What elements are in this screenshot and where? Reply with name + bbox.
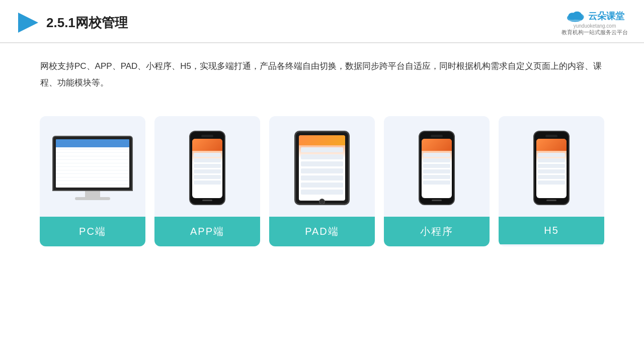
tablet-home xyxy=(319,199,325,205)
page-title: 2.5.1网校管理 xyxy=(46,14,128,32)
trow2 xyxy=(301,154,343,159)
description-content: 网校支持PC、APP、PAD、小程序、H5，实现多端打通，产品各终端自由切换，数… xyxy=(40,61,602,87)
row1 xyxy=(194,153,221,157)
row2 xyxy=(194,158,221,162)
phone-home-h5 xyxy=(546,200,556,201)
card-h5-image xyxy=(499,116,604,217)
h5row1 xyxy=(538,153,565,157)
tablet-device xyxy=(294,131,350,205)
phone-rows-app xyxy=(194,153,221,197)
phone-device-mp xyxy=(419,131,455,205)
phone-rows-mp xyxy=(423,153,450,197)
card-app-label: APP端 xyxy=(154,217,260,246)
monitor-stand xyxy=(85,191,100,197)
card-h5-label: H5 xyxy=(499,217,604,244)
description-text: 网校支持PC、APP、PAD、小程序、H5，实现多端打通，产品各终端自由切换，数… xyxy=(0,43,644,101)
phone-screen-mp xyxy=(422,139,452,198)
logo-url: yunduoketang.com xyxy=(574,23,616,29)
logo-name: 云朵课堂 xyxy=(588,10,624,22)
mprow2 xyxy=(423,158,450,162)
row6 xyxy=(194,180,221,185)
phone-device-app xyxy=(189,131,225,205)
phone-notch-app xyxy=(201,135,213,137)
mprow5 xyxy=(423,175,450,179)
mprow4 xyxy=(423,169,450,173)
card-app: APP端 xyxy=(154,116,260,246)
trow4 xyxy=(301,168,343,173)
row5 xyxy=(194,175,221,179)
mprow6 xyxy=(423,180,450,185)
trow6 xyxy=(301,183,343,188)
card-miniprogram-label: 小程序 xyxy=(384,217,490,246)
card-pad: PAD端 xyxy=(269,116,375,246)
phone-home-app xyxy=(202,200,212,201)
cloud-icon xyxy=(565,9,585,23)
phone-device-h5 xyxy=(533,131,570,205)
logo-cloud: 云朵课堂 xyxy=(565,9,624,23)
monitor-screen-content xyxy=(56,139,129,188)
mprow3 xyxy=(423,164,450,168)
h5row3 xyxy=(538,164,565,168)
monitor-screen-inner xyxy=(56,139,129,188)
tablet-rows xyxy=(301,147,343,199)
trow1 xyxy=(301,147,343,152)
logo-area: 云朵课堂 yunduoketang.com 教育机构一站式服务云平台 xyxy=(561,9,628,36)
h5row5 xyxy=(538,175,565,179)
card-pad-label: PAD端 xyxy=(269,217,375,246)
phone-home-mp xyxy=(432,200,442,201)
phone-notch-h5 xyxy=(545,135,557,137)
card-miniprogram-image xyxy=(384,116,490,217)
monitor-device xyxy=(50,136,135,200)
monitor-base xyxy=(75,197,110,200)
h5row6 xyxy=(538,180,565,185)
header-left: 2.5.1网校管理 xyxy=(16,12,128,34)
svg-point-4 xyxy=(577,14,584,21)
play-icon xyxy=(16,12,38,34)
card-miniprogram: 小程序 xyxy=(384,116,490,246)
row4 xyxy=(194,169,221,173)
cards-container: PC端 APP端 xyxy=(0,106,644,261)
phone-screen-app xyxy=(192,139,222,198)
phone-notch-mp xyxy=(431,135,443,137)
card-pc-label: PC端 xyxy=(40,217,145,246)
card-h5: H5 xyxy=(499,116,604,246)
h5row4 xyxy=(538,169,565,173)
h5row2 xyxy=(538,158,565,162)
phone-rows-h5 xyxy=(538,153,565,197)
trow5 xyxy=(301,175,343,180)
logo-tagline: 教育机构一站式服务云平台 xyxy=(561,29,628,36)
card-pc-image xyxy=(40,116,145,217)
card-app-image xyxy=(154,116,260,217)
card-pc: PC端 xyxy=(40,116,145,246)
card-pad-image xyxy=(269,116,375,217)
trow3 xyxy=(301,161,343,166)
trow7 xyxy=(301,190,343,195)
monitor-screen-outer xyxy=(52,136,133,191)
phone-screen-h5 xyxy=(536,139,567,198)
row3 xyxy=(194,164,221,168)
tablet-screen xyxy=(299,135,345,201)
mprow1 xyxy=(423,153,450,157)
header: 2.5.1网校管理 云朵课堂 yunduoketang.com 教育机构一站式服… xyxy=(0,0,644,43)
svg-marker-0 xyxy=(18,13,38,33)
